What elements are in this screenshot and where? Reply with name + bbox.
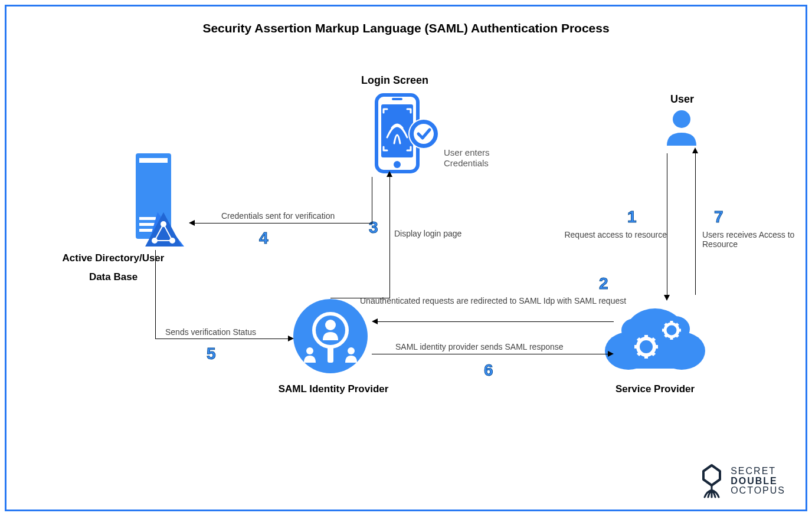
svg-line-45 xyxy=(665,324,667,326)
step-2-text: Unauthenticated requests are redirected … xyxy=(360,296,655,305)
arrow-5a xyxy=(155,250,156,338)
user-icon xyxy=(664,109,699,150)
arrow-4-head xyxy=(189,220,195,226)
svg-line-39 xyxy=(652,353,654,355)
step-1-text: Request access to resource xyxy=(555,230,667,239)
arrow-5-head xyxy=(288,336,294,341)
arrow-3b xyxy=(389,177,390,298)
diagram-title: Security Assertion Markup Language (SAML… xyxy=(0,21,812,35)
svg-line-36 xyxy=(638,338,640,341)
svg-rect-9 xyxy=(139,158,168,163)
step-2-num: 2 xyxy=(599,274,608,293)
arrow-3a xyxy=(330,298,389,298)
arrow-3-head xyxy=(387,171,392,177)
step-7-text: Users receives Access to Resource xyxy=(702,230,797,249)
step-4-text: Credentials sent for verification xyxy=(221,211,335,221)
ad-label-2: Data Base xyxy=(48,271,178,283)
arrow-2-head xyxy=(372,318,378,324)
step-5-text: Sends verification Status xyxy=(165,327,256,337)
svg-line-47 xyxy=(665,335,667,337)
service-provider-icon xyxy=(602,301,708,377)
idp-icon xyxy=(292,298,369,377)
svg-point-6 xyxy=(414,124,434,144)
ad-label-1: Active Directory/User xyxy=(48,252,178,264)
arrow-4a xyxy=(372,177,372,223)
svg-point-24 xyxy=(348,347,355,354)
arrow-4b xyxy=(195,223,372,224)
svg-point-23 xyxy=(306,347,313,354)
step-4-num: 4 xyxy=(259,229,269,248)
svg-line-46 xyxy=(676,324,678,326)
active-directory-icon xyxy=(131,153,187,250)
brand-logo: SECRET DOUBLE OCTOPUS xyxy=(698,464,785,498)
step-3-text: Display login page xyxy=(394,229,461,238)
arrow-6 xyxy=(372,354,608,354)
idp-label: SAML Identity Provider xyxy=(266,383,401,395)
sp-label: Service Provider xyxy=(602,383,708,395)
step-5-num: 5 xyxy=(207,344,216,363)
login-screen-icon xyxy=(366,91,443,182)
arrow-2 xyxy=(378,321,614,322)
arrow-7-head xyxy=(692,147,698,153)
arrow-7 xyxy=(695,153,696,295)
step-7-num: 7 xyxy=(714,208,723,226)
svg-line-38 xyxy=(638,353,640,355)
login-screen-label: Login Screen xyxy=(361,74,428,87)
svg-line-37 xyxy=(652,338,654,341)
step-3-num: 3 xyxy=(369,218,378,237)
login-screen-sub-line2: Credentials xyxy=(444,158,489,168)
arrow-6-head xyxy=(608,351,614,357)
svg-point-22 xyxy=(325,320,336,330)
user-label: User xyxy=(670,93,694,106)
arrow-5b xyxy=(155,338,288,339)
step-1-num: 1 xyxy=(627,208,637,226)
svg-rect-11 xyxy=(139,223,156,226)
svg-rect-10 xyxy=(139,217,156,220)
step-6-num: 6 xyxy=(484,361,493,380)
octopus-icon xyxy=(698,464,726,498)
svg-point-2 xyxy=(394,161,401,168)
brand-text: SECRET DOUBLE OCTOPUS xyxy=(731,466,785,496)
svg-rect-21 xyxy=(328,345,333,363)
svg-line-48 xyxy=(676,335,678,337)
arrow-1-head xyxy=(664,295,670,301)
arrow-1 xyxy=(667,153,667,295)
svg-point-7 xyxy=(673,110,690,128)
login-screen-sub-line1: User enters xyxy=(444,147,490,157)
step-6-text: SAML identity provider sends SAML respon… xyxy=(395,342,564,351)
svg-rect-3 xyxy=(392,98,402,100)
